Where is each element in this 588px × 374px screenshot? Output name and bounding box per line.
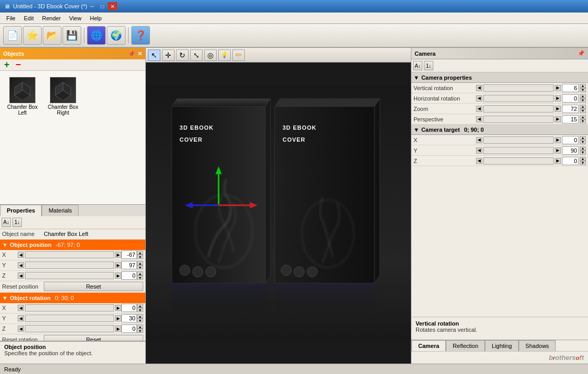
target-z-right-arrow[interactable]: ▶ (555, 158, 561, 164)
target-z-slider[interactable] (483, 157, 554, 165)
position-y-right-arrow[interactable]: ▶ (115, 262, 121, 268)
rotation-y-value[interactable]: 30 (121, 314, 137, 322)
target-y-left-arrow[interactable]: ◀ (476, 147, 482, 154)
camera-properties-section[interactable]: ▼ Camera properties (411, 72, 588, 83)
rotation-y-slider[interactable] (25, 315, 114, 322)
rotation-z-spin-up[interactable]: ▲ (137, 325, 143, 329)
target-x-right-arrow[interactable]: ▶ (555, 137, 561, 143)
move-tool-button[interactable]: ✛ (162, 49, 174, 61)
rotation-x-right-arrow[interactable]: ▶ (115, 305, 121, 311)
target-y-spin-down[interactable]: ▼ (580, 151, 586, 155)
position-z-right-arrow[interactable]: ▶ (115, 272, 121, 279)
menu-render[interactable]: Render (38, 14, 65, 22)
rotation-y-right-arrow[interactable]: ▶ (115, 315, 121, 321)
camera-sort-alpha-button[interactable]: A↓ (413, 61, 422, 70)
menu-file[interactable]: File (2, 14, 20, 22)
zoom-slider[interactable] (483, 105, 554, 113)
position-y-left-arrow[interactable]: ◀ (18, 262, 24, 268)
reset-rotation-button[interactable]: Reset (44, 335, 143, 341)
position-x-right-arrow[interactable]: ▶ (115, 252, 121, 258)
horizontal-rotation-spin-up[interactable]: ▲ (580, 94, 586, 98)
target-y-spin-up[interactable]: ▲ (580, 146, 586, 151)
horizontal-rotation-left-arrow[interactable]: ◀ (476, 95, 482, 102)
rotation-x-left-arrow[interactable]: ◀ (18, 305, 24, 311)
position-y-value[interactable]: 97 (121, 261, 137, 269)
new-button[interactable]: 📄 (3, 26, 22, 45)
rotation-y-spin-up[interactable]: ▲ (137, 314, 143, 318)
position-y-spin-down[interactable]: ▼ (137, 265, 143, 269)
rotation-y-spin-down[interactable]: ▼ (137, 318, 143, 322)
vertical-rotation-left-arrow[interactable]: ◀ (476, 85, 482, 91)
rotate-tool-button[interactable]: ↻ (176, 49, 189, 61)
vertical-rotation-spin-up[interactable]: ▲ (580, 84, 586, 88)
rotation-x-value[interactable]: 0 (121, 304, 137, 312)
render-button[interactable]: 🌐 (87, 26, 106, 45)
vertical-rotation-value[interactable]: 6 (562, 84, 579, 92)
objects-panel-close[interactable]: ✕ (137, 51, 142, 57)
menu-view[interactable]: View (65, 14, 86, 22)
save-as-button[interactable]: 📂 (43, 26, 61, 45)
rotation-z-slider[interactable] (25, 325, 114, 332)
zoom-left-arrow[interactable]: ◀ (476, 106, 482, 112)
position-y-slider[interactable] (25, 261, 114, 269)
rotation-z-left-arrow[interactable]: ◀ (18, 326, 24, 332)
zoom-value[interactable]: 72 (562, 105, 579, 113)
tab-reflection[interactable]: Reflection (446, 340, 485, 351)
target-y-right-arrow[interactable]: ▶ (555, 147, 561, 154)
rotation-x-spin-down[interactable]: ▼ (137, 308, 143, 312)
perspective-spin-down[interactable]: ▼ (580, 119, 586, 123)
zoom-right-arrow[interactable]: ▶ (555, 106, 561, 112)
tab-lighting[interactable]: Lighting (485, 340, 519, 351)
target-z-left-arrow[interactable]: ◀ (476, 158, 482, 164)
position-z-spin-up[interactable]: ▲ (137, 271, 143, 276)
rotation-z-spin-down[interactable]: ▼ (137, 329, 143, 333)
position-x-value[interactable]: -67 (121, 251, 137, 259)
target-x-spin-down[interactable]: ▼ (580, 140, 586, 144)
tab-camera[interactable]: Camera (411, 340, 446, 351)
position-y-spin-up[interactable]: ▲ (137, 261, 143, 265)
menu-help[interactable]: Help (85, 14, 106, 22)
target-y-value[interactable]: 90 (562, 146, 579, 155)
minimize-button[interactable]: ─ (87, 2, 96, 10)
perspective-value[interactable]: 15 (562, 115, 579, 123)
horizontal-rotation-right-arrow[interactable]: ▶ (555, 95, 561, 102)
camera-target-section[interactable]: ▼ Camera target 0; 90; 0 (411, 124, 588, 135)
zoom-spin-up[interactable]: ▲ (580, 105, 586, 109)
reset-position-button[interactable]: Reset (44, 282, 143, 291)
rotation-x-spin-up[interactable]: ▲ (137, 304, 143, 308)
save-button[interactable]: 💾 (62, 26, 81, 45)
target-z-spin-down[interactable]: ▼ (580, 161, 586, 165)
zoom-spin-down[interactable]: ▼ (580, 109, 586, 113)
target-x-value[interactable]: 0 (562, 136, 579, 144)
tab-materials[interactable]: Materials (42, 205, 79, 216)
rotation-z-right-arrow[interactable]: ▶ (115, 326, 121, 332)
camera-sort-num-button[interactable]: 1↓ (424, 61, 433, 70)
select-tool-button[interactable]: ↖ (148, 49, 160, 61)
target-z-spin-up[interactable]: ▲ (580, 157, 586, 161)
help-button[interactable]: ❓ (131, 26, 150, 45)
add-object-button[interactable]: + (2, 60, 11, 70)
target-y-slider[interactable] (483, 147, 554, 154)
perspective-right-arrow[interactable]: ▶ (555, 116, 561, 122)
section-rotation-header[interactable]: ▼ Object rotation 0; 30; 0 (0, 293, 145, 303)
vertical-rotation-spin-down[interactable]: ▼ (580, 88, 586, 92)
objects-panel-pin[interactable]: 📌 (128, 51, 135, 57)
position-z-left-arrow[interactable]: ◀ (18, 272, 24, 279)
horizontal-rotation-spin-down[interactable]: ▼ (580, 98, 586, 103)
open-button[interactable]: ⭐ (23, 26, 42, 45)
position-z-spin-down[interactable]: ▼ (137, 276, 143, 280)
rotation-x-slider[interactable] (25, 304, 114, 311)
vertical-rotation-slider[interactable] (483, 84, 554, 92)
vertical-rotation-right-arrow[interactable]: ▶ (555, 85, 561, 91)
viewport-canvas[interactable]: 3D EBOOK COVER (146, 63, 411, 364)
camera-panel-pin[interactable]: 📌 (578, 50, 585, 57)
perspective-slider[interactable] (483, 116, 554, 123)
perspective-spin-up[interactable]: ▲ (580, 115, 586, 119)
target-x-left-arrow[interactable]: ◀ (476, 137, 482, 143)
close-button[interactable]: ✕ (108, 2, 117, 10)
target-x-spin-up[interactable]: ▲ (580, 136, 586, 140)
position-x-spin-down[interactable]: ▼ (137, 255, 143, 259)
web-button[interactable]: 🌍 (107, 26, 126, 45)
list-item[interactable]: Chamfer BoxRight (45, 75, 81, 118)
rotation-z-value[interactable]: 0 (121, 325, 137, 333)
